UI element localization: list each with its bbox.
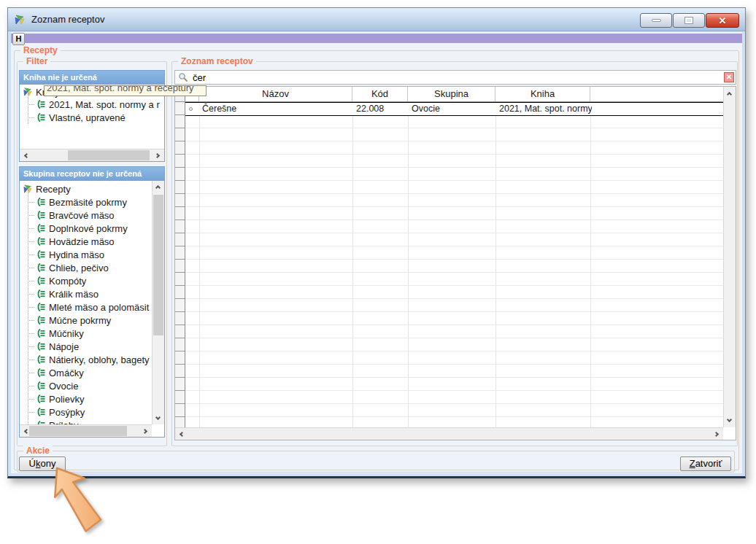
column-separator: [408, 102, 409, 427]
tree-item[interactable]: Hovädzie mäso: [28, 236, 115, 247]
tree-item[interactable]: Mleté mäso a polomäsit: [28, 301, 149, 313]
tree-item[interactable]: Múčne pokrmy: [28, 314, 111, 326]
vscroll-thumb[interactable]: [153, 195, 163, 335]
book-panel: Kniha nie je určená Knihy 2021, Mat. spo…: [19, 70, 165, 162]
group-panel-hscrollbar[interactable]: [20, 424, 152, 437]
green-category-list-icon: [36, 263, 46, 273]
search-input[interactable]: [193, 71, 703, 84]
tree-item[interactable]: Chlieb, pečivo: [28, 262, 109, 273]
grid-indicator-column: [175, 102, 185, 427]
green-category-list-icon: [36, 210, 46, 220]
maximize-button[interactable]: [673, 13, 705, 28]
tree-item[interactable]: 2021, Mat. spot. normy a r: [28, 98, 160, 110]
scroll-left-icon[interactable]: [24, 153, 29, 158]
client-area: H Recepty Filter Kniha nie je určená Kni…: [11, 32, 742, 473]
maximize-icon: [685, 18, 693, 23]
green-category-list-icon: [36, 289, 46, 299]
group-panel-vscrollbar[interactable]: [152, 181, 164, 424]
groupbox-zoznam-label: Zoznam receptov: [178, 56, 256, 66]
tree-item[interactable]: Hydina mäso: [28, 249, 104, 260]
titlebar: Zoznam receptov ✕: [8, 8, 745, 31]
scroll-right-icon[interactable]: [142, 429, 147, 434]
groupbox-filter: Filter Kniha nie je určená Knihy: [17, 61, 167, 446]
recipe-group-panel-header: Skupina receptov nie je určená: [20, 167, 164, 181]
groupbox-recepty: Recepty Filter Kniha nie je určená Knihy: [14, 50, 739, 470]
scroll-right-icon[interactable]: [155, 153, 160, 158]
green-category-list-icon: [36, 112, 46, 123]
tooltip: 2021, Mat. spot. normy a receptury: [44, 85, 207, 96]
tree-item[interactable]: Nátierky, oblohy, bagety: [28, 354, 150, 365]
green-category-list-icon: [36, 99, 46, 109]
cell-kod: 22.008: [356, 104, 409, 114]
tree-item[interactable]: Ovocie: [28, 380, 78, 392]
green-category-list-icon: [36, 328, 46, 338]
tree-item[interactable]: Posýpky: [28, 406, 85, 418]
tree-item[interactable]: Bezmäsité pokrmy: [28, 196, 127, 208]
scroll-left-icon[interactable]: [180, 432, 185, 437]
app-icon: [14, 14, 26, 26]
table-row-selected[interactable]: Čerešne 22.008 Ovocie 2021, Mat. spot. n…: [185, 102, 723, 116]
tree-item[interactable]: Doplnkové pokrmy: [28, 222, 128, 234]
tree-item[interactable]: Kompóty: [28, 275, 86, 287]
column-header-nazov[interactable]: Názov: [199, 87, 352, 101]
grid-body: Čerešne 22.008 Ovocie 2021, Mat. spot. n…: [175, 102, 723, 427]
green-category-list-icon: [36, 368, 46, 378]
minimize-button[interactable]: [640, 13, 672, 28]
scroll-up-icon[interactable]: [155, 185, 161, 190]
tree-item[interactable]: Múčniky: [28, 327, 84, 339]
scroll-down-icon[interactable]: [727, 417, 732, 422]
groupbox-zoznam-receptov: Zoznam receptov ✕ ✓ Názov Kód: [171, 61, 738, 446]
tree-item[interactable]: Nápoje: [28, 341, 79, 352]
zatvorit-button[interactable]: Zatvoriť: [680, 456, 731, 471]
window-title: Zoznam receptov: [31, 14, 104, 25]
tree-item[interactable]: Polievky: [28, 393, 84, 405]
scroll-right-icon[interactable]: [714, 432, 719, 437]
scroll-left-icon[interactable]: [24, 429, 29, 434]
pinwheel-app-icon: [23, 87, 33, 97]
column-separator: [352, 102, 353, 427]
groupbox-recepty-label: Recepty: [20, 45, 61, 55]
column-header-kniha[interactable]: Kniha: [495, 87, 590, 101]
app-window: Zoznam receptov ✕ H Recepty Filter Kniha…: [7, 7, 746, 478]
grid-vscrollbar[interactable]: [723, 87, 736, 427]
tree-item[interactable]: Vlastné, upravené: [28, 112, 126, 123]
tree-item[interactable]: Bravčové mäso: [28, 209, 115, 221]
green-category-list-icon: [36, 236, 46, 246]
minimize-icon: [652, 19, 661, 22]
hscroll-thumb[interactable]: [68, 150, 150, 160]
tooltip-text: 2021, Mat. spot. normy a receptury: [47, 85, 206, 93]
book-panel-hscrollbar[interactable]: [20, 149, 164, 161]
cell-skupina: Ovocie: [412, 104, 496, 114]
column-separator: [590, 102, 591, 427]
grid-hscrollbar[interactable]: [175, 427, 723, 440]
orange-pointer-arrow: [28, 458, 124, 544]
green-category-list-icon: [36, 315, 46, 325]
groupbox-filter-label: Filter: [23, 56, 50, 66]
scroll-up-icon[interactable]: [727, 92, 732, 97]
green-category-list-icon: [36, 407, 46, 417]
column-separator: [495, 102, 496, 427]
hscroll-thumb[interactable]: [29, 426, 127, 436]
recipes-grid: ✓ Názov Kód Skupina Kniha: [174, 86, 736, 440]
h-toolbar-button[interactable]: H: [12, 33, 25, 45]
scroll-down-icon[interactable]: [155, 415, 161, 420]
tree-item[interactable]: Prílohy: [28, 419, 78, 424]
green-category-list-icon: [36, 302, 46, 312]
clear-search-button[interactable]: ✕: [724, 72, 734, 82]
tree-root-recepty[interactable]: Recepty: [23, 183, 71, 195]
tree-item[interactable]: Králik mäso: [28, 288, 99, 300]
close-button[interactable]: ✕: [706, 13, 739, 28]
green-category-list-icon: [36, 354, 46, 365]
groupbox-akcie-label: Akcie: [23, 446, 53, 456]
tree-item[interactable]: Omáčky: [28, 367, 84, 378]
column-header-skupina[interactable]: Skupina: [408, 87, 495, 101]
recipe-group-tree: Recepty Bezmäsité pokrmy Bravčové mäso D…: [20, 181, 152, 424]
recipe-group-panel: Skupina receptov nie je určená Recepty B…: [19, 166, 165, 438]
column-header-kod[interactable]: Kód: [352, 87, 408, 101]
accent-bar: [11, 34, 742, 43]
pinwheel-app-icon: [23, 184, 33, 194]
cell-kniha: 2021, Mat. spot. normy a: [499, 104, 592, 114]
page: Zoznam receptov ✕ H Recepty Filter Kniha…: [0, 0, 756, 544]
column-separator: [199, 102, 200, 427]
search-icon: [178, 72, 189, 83]
